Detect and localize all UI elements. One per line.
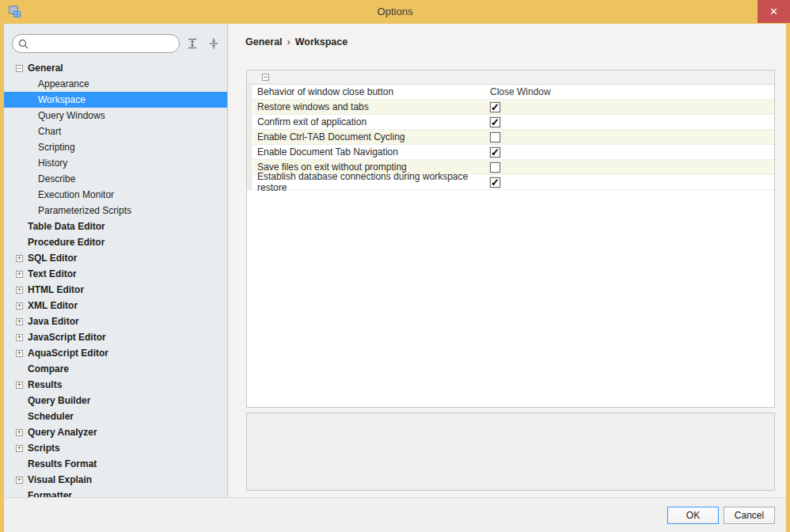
window-title: Options [0, 0, 790, 24]
row-gutter [247, 145, 253, 159]
confirm-exit-of-application-checkbox[interactable]: ✓ [490, 117, 500, 127]
sidebar-item-compare[interactable]: +Compare [4, 361, 227, 377]
restore-windows-and-tabs-checkbox[interactable]: ✓ [490, 102, 500, 112]
sidebar-item-label: HTML Editor [28, 284, 84, 295]
sidebar-item-procedure-editor[interactable]: +Procedure Editor [4, 234, 227, 250]
group-collapse-icon[interactable]: − [262, 74, 269, 81]
sidebar-item-aquascript-editor[interactable]: +AquaScript Editor [4, 345, 227, 361]
settings-row-behavior-of-window-close-button: Behavior of window close buttonClose Win… [247, 85, 774, 100]
sidebar-item-scripting[interactable]: Scripting [4, 139, 227, 155]
settings-row-confirm-exit-of-application: Confirm exit of application✓ [247, 115, 774, 130]
collapse-expander-icon[interactable]: − [16, 65, 23, 72]
sidebar-item-query-analyzer[interactable]: +Query Analyzer [4, 424, 227, 440]
sidebar-item-html-editor[interactable]: +HTML Editor [4, 282, 227, 298]
options-tree: −GeneralAppearanceWorkspaceQuery Windows… [4, 60, 227, 497]
expand-expander-icon[interactable]: + [16, 350, 23, 357]
expand-expander-icon[interactable]: + [16, 382, 23, 389]
sidebar-item-label: Query Windows [38, 110, 105, 121]
sidebar-item-text-editor[interactable]: +Text Editor [4, 266, 227, 282]
setting-label: Establish database connections during wo… [253, 175, 490, 189]
sidebar-item-label: General [28, 63, 63, 74]
sidebar-item-sql-editor[interactable]: +SQL Editor [4, 250, 227, 266]
search-box[interactable] [12, 34, 180, 53]
sidebar-item-label: XML Editor [28, 300, 78, 311]
enable-document-tab-navigation-checkbox[interactable]: ✓ [490, 147, 500, 158]
sidebar-item-workspace[interactable]: Workspace [4, 92, 227, 108]
sidebar-item-execution-monitor[interactable]: Execution Monitor [4, 187, 227, 203]
close-icon[interactable]: ✕ [758, 0, 790, 23]
settings-group-header: − [247, 70, 774, 85]
sidebar-item-chart[interactable]: Chart [4, 124, 227, 139]
expand-expander-icon[interactable]: + [16, 334, 23, 341]
sidebar-item-results-format[interactable]: +Results Format [4, 456, 227, 472]
sidebar-item-scripts[interactable]: +Scripts [4, 440, 227, 456]
main-panel: General›Workspace − Behavior of window c… [228, 24, 786, 497]
enable-ctrl-tab-document-cycling-checkbox[interactable] [490, 132, 500, 142]
sidebar-item-label: Workspace [38, 94, 85, 105]
sidebar-item-describe[interactable]: Describe [4, 171, 227, 187]
breadcrumb-current: Workspace [295, 36, 348, 48]
sidebar-item-javascript-editor[interactable]: +JavaScript Editor [4, 329, 227, 345]
sidebar-item-visual-explain[interactable]: +Visual Explain [4, 472, 227, 488]
setting-value: ✓ [490, 100, 774, 114]
setting-label: Enable Ctrl-TAB Document Cycling [253, 130, 490, 144]
sidebar-item-scheduler[interactable]: +Scheduler [4, 408, 227, 424]
sidebar-item-table-data-editor[interactable]: +Table Data Editor [4, 218, 227, 234]
sidebar-item-formatter[interactable]: +Formatter [4, 488, 227, 497]
magnifier-icon [18, 39, 28, 49]
expand-expander-icon[interactable]: + [16, 302, 23, 310]
sidebar-item-results[interactable]: +Results [4, 377, 227, 393]
search-input[interactable] [28, 36, 179, 51]
setting-value [490, 130, 774, 144]
sidebar-item-label: Scripts [28, 443, 60, 454]
title-bar[interactable]: Options ✕ [0, 0, 790, 24]
collapse-all-icon[interactable] [207, 37, 220, 50]
expand-all-icon[interactable] [186, 37, 199, 50]
sidebar-item-label: Formatter [28, 490, 72, 497]
establish-database-connections-during-workspace-restore-checkbox[interactable]: ✓ [490, 177, 500, 188]
sidebar-item-query-builder[interactable]: +Query Builder [4, 393, 227, 408]
sidebar-item-query-windows[interactable]: Query Windows [4, 108, 227, 124]
expand-expander-icon[interactable]: + [16, 271, 23, 278]
sidebar-item-label: Query Analyzer [28, 427, 97, 438]
sidebar-item-label: Procedure Editor [28, 237, 104, 248]
cancel-button[interactable]: Cancel [724, 507, 775, 524]
breadcrumb-parent: General [245, 36, 283, 48]
setting-label: Behavior of window close button [253, 85, 490, 99]
settings-row-enable-ctrl-tab-document-cycling: Enable Ctrl-TAB Document Cycling [247, 130, 774, 145]
row-gutter [247, 175, 253, 189]
sidebar-item-appearance[interactable]: Appearance [4, 76, 227, 92]
sidebar-item-parameterized-scripts[interactable]: Parameterized Scripts [4, 203, 227, 218]
row-gutter [247, 115, 253, 129]
description-panel [246, 412, 775, 491]
row-gutter [247, 160, 253, 174]
ok-button[interactable]: OK [667, 507, 719, 524]
setting-value[interactable]: Close Window [490, 85, 774, 99]
sidebar-item-label: Parameterized Scripts [38, 205, 131, 216]
sidebar-item-label: AquaScript Editor [28, 348, 108, 359]
row-gutter [247, 100, 253, 114]
sidebar-item-label: Table Data Editor [28, 221, 105, 232]
sidebar-item-general[interactable]: −General [4, 60, 227, 76]
sidebar-item-xml-editor[interactable]: +XML Editor [4, 298, 227, 314]
save-files-on-exit-without-prompting-checkbox[interactable] [490, 162, 500, 173]
sidebar-item-label: Query Builder [28, 395, 90, 406]
sidebar-item-label: Visual Explain [28, 474, 92, 485]
settings-row-establish-database-connections-during-workspace-restore: Establish database connections during wo… [247, 175, 774, 190]
sidebar-item-java-editor[interactable]: +Java Editor [4, 314, 227, 329]
expand-expander-icon[interactable]: + [16, 255, 23, 262]
footer-bar: OK Cancel [4, 497, 786, 532]
expand-expander-icon[interactable]: + [16, 287, 23, 294]
setting-value: ✓ [490, 115, 774, 129]
sidebar-item-label: Results Format [28, 458, 97, 469]
setting-value: ✓ [490, 175, 774, 189]
expand-expander-icon[interactable]: + [16, 477, 23, 484]
sidebar-item-label: Compare [28, 363, 69, 374]
sidebar-item-label: Appearance [38, 78, 89, 89]
expand-expander-icon[interactable]: + [16, 318, 23, 325]
sidebar-item-label: Text Editor [28, 268, 77, 279]
sidebar-item-history[interactable]: History [4, 155, 227, 171]
expand-expander-icon[interactable]: + [16, 445, 23, 452]
settings-rows: Behavior of window close buttonClose Win… [247, 85, 774, 190]
expand-expander-icon[interactable]: + [16, 429, 23, 436]
